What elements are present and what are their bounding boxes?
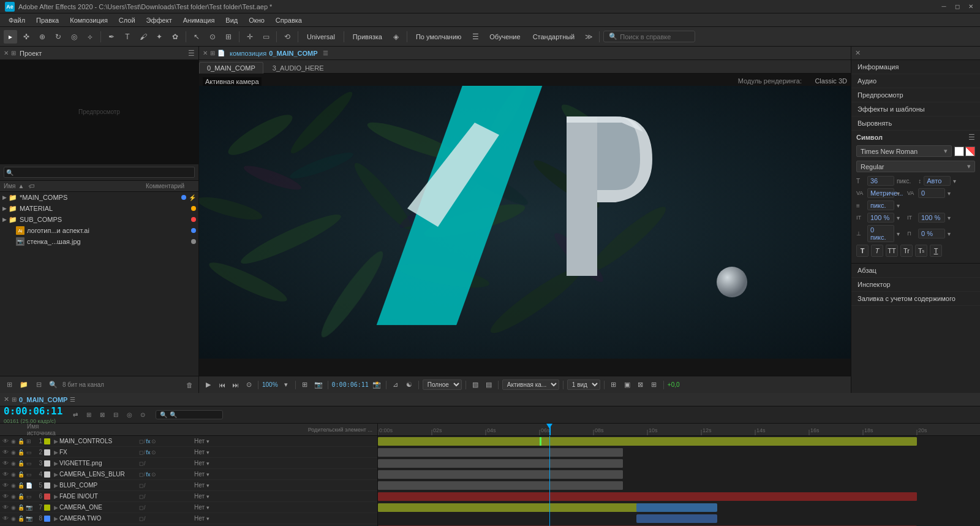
workspace-menu-icon[interactable]: ☰ [469, 30, 482, 44]
flow-chart-btn[interactable]: ⊟ [33, 379, 44, 391]
timeline-tool4[interactable]: ⊟ [110, 410, 121, 421]
select-tool[interactable]: ▸ [4, 30, 17, 44]
expand-toolbar-btn[interactable]: ≫ [582, 30, 595, 44]
rotate-tool[interactable]: ↻ [51, 30, 65, 44]
symbol-menu-icon[interactable]: ☰ [968, 133, 975, 142]
auto-arrow[interactable]: ▾ [953, 178, 956, 185]
file-wall[interactable]: 📷 стенка_...шая.jpg [0, 236, 198, 247]
universal-btn[interactable]: Universal [302, 32, 340, 42]
standard-btn[interactable]: Стандартный [528, 32, 580, 42]
search-box[interactable]: 🔍 [603, 31, 695, 42]
tracking-unit-value[interactable]: пикс. [867, 200, 894, 210]
lr-icon-shy-5[interactable]: ◻ [139, 482, 143, 489]
learn-btn[interactable]: Обучение [484, 32, 525, 42]
rp-audio[interactable]: Аудио [851, 74, 980, 88]
text-tool[interactable]: T [121, 30, 134, 44]
lr-vis-7[interactable]: 👁 [1, 504, 10, 511]
menu-help[interactable]: Справка [271, 15, 307, 25]
viewer-ctrl-play[interactable]: ▶ [203, 379, 214, 391]
sort-arrow[interactable]: ▲ [18, 183, 24, 189]
font-size-value[interactable]: 36 [867, 176, 894, 186]
timeline-tool3[interactable]: ⊠ [97, 410, 108, 421]
lr-expand-7[interactable]: ▶ [52, 505, 59, 511]
zoom-tool[interactable]: ⊕ [36, 30, 49, 44]
time-display[interactable]: 0:00:06:11 [4, 405, 62, 417]
lr-solo-3[interactable]: ◉ [10, 460, 17, 467]
layer-row-2[interactable]: 👁 ◉ 🔓 ▭ 2 ▶ FX ◻ / fx ⊙ [0, 447, 377, 458]
viewer-toggle-b[interactable]: ▤ [483, 379, 494, 391]
lr-icon-shy-7[interactable]: ◻ [139, 505, 143, 511]
layer-row-1[interactable]: 👁 ◉ 🔓 ⊞ 1 ▶ MAIN_CONTROLS ◻ / fx ⊙ [0, 436, 377, 447]
lr-icon-shy-1[interactable]: ◻ [139, 438, 143, 444]
track-camera-tool[interactable]: ◎ [67, 30, 81, 44]
lr-icon-solo-2[interactable]: / [144, 449, 146, 455]
menu-composition[interactable]: Композиция [65, 15, 113, 25]
viewer-tab-audio[interactable]: 3_AUDIO_HERE [265, 62, 332, 74]
menu-effect[interactable]: Эффект [141, 15, 177, 25]
new-item-btn[interactable]: ⊞ [4, 379, 15, 391]
rp-effects[interactable]: Эффекты и шаблоны [851, 102, 980, 116]
font-style-selector[interactable]: Regular ▾ [856, 161, 975, 172]
timeline-search-input[interactable] [170, 411, 219, 418]
viewer-3d-overlay[interactable]: ⊞ [608, 379, 619, 391]
menu-layer[interactable]: Слой [114, 15, 140, 25]
lr-icon-shy-3[interactable]: ◻ [139, 460, 143, 467]
viewer-transparency[interactable]: ▣ [622, 379, 633, 391]
lr-lock-4[interactable]: 🔓 [17, 471, 24, 478]
viewer-region[interactable]: ⊠ [635, 379, 646, 391]
lr-icon-solo-4[interactable]: / [144, 471, 146, 478]
layer-row-8[interactable]: 👁 ◉ 🔓 📷 8 ▶ CAMERA TWO ◻ / Нет [0, 513, 377, 524]
scale-v-arrow[interactable]: ▾ [948, 215, 951, 221]
baseline-arrow[interactable]: ▾ [897, 231, 900, 237]
lr-icon-shy-4[interactable]: ◻ [139, 471, 143, 478]
rp-paragraph[interactable]: Абзац [851, 264, 980, 278]
lr-icon-shy-6[interactable]: ◻ [139, 494, 143, 500]
viewer-close[interactable]: ✕ [203, 50, 208, 56]
viewer-zoom-menu[interactable]: ▾ [281, 379, 292, 391]
snap-icon[interactable]: ◈ [390, 30, 403, 44]
delete-btn[interactable]: 🗑 [184, 379, 195, 391]
workspace-btn[interactable]: По умолчанию [411, 32, 466, 42]
viewer-comp-menu[interactable]: ☰ [323, 50, 328, 56]
lr-lock-8[interactable]: 🔓 [17, 516, 24, 522]
lr-solo-6[interactable]: ◉ [10, 494, 17, 500]
kerning-value[interactable]: 0 [918, 188, 945, 198]
layer-row-3[interactable]: 👁 ◉ 🔓 ▭ 3 ▶ VIGNETTE.png ◻ / Нет [0, 458, 377, 469]
minimize-button[interactable]: ─ [940, 2, 948, 11]
scale-h-value[interactable]: 100 % [867, 213, 894, 223]
lr-parent-arrow-5[interactable]: ▾ [206, 482, 209, 489]
lr-icon-fx-2[interactable]: fx [146, 449, 151, 455]
lr-lock-7[interactable]: 🔓 [17, 505, 24, 511]
maximize-button[interactable]: ◻ [953, 2, 962, 11]
lr-parent-arrow-2[interactable]: ▾ [206, 449, 209, 455]
metrics-arrow[interactable]: ▾ [897, 190, 900, 197]
lr-vis-1[interactable]: 👁 [1, 438, 10, 444]
menu-animation[interactable]: Анимация [178, 15, 220, 25]
lr-parent-arrow-7[interactable]: ▾ [206, 505, 209, 511]
project-search-input[interactable] [4, 167, 195, 178]
new-folder-btn[interactable]: 📁 [18, 379, 29, 391]
rp-inspector[interactable]: Инспектор [851, 278, 980, 292]
metrics-value[interactable]: Метриче... [867, 188, 894, 198]
warp-tool[interactable]: ⟡ [83, 30, 97, 44]
viewer-color-manage[interactable]: ☯ [404, 379, 415, 391]
viewer-grid[interactable]: ⊞ [649, 379, 660, 391]
lr-icon-motion-1[interactable]: ⊙ [151, 438, 156, 444]
style-btn-underline[interactable]: T [930, 245, 942, 257]
pen-tool[interactable]: ✒ [105, 30, 118, 44]
orbit-tool[interactable]: ⊙ [206, 30, 219, 44]
menu-file[interactable]: Файл [4, 15, 30, 25]
stamp-tool[interactable]: ✦ [153, 30, 166, 44]
viewer-camera-select[interactable]: Активная ка... [502, 379, 559, 390]
lr-expand-1[interactable]: ▶ [52, 438, 59, 444]
lr-vis-2[interactable]: 👁 [1, 449, 10, 455]
lr-icon-solo-7[interactable]: / [144, 505, 146, 511]
lr-icon-solo-1[interactable]: / [144, 438, 146, 444]
rp-preview[interactable]: Предпросмотр [851, 88, 980, 102]
timeline-tool2[interactable]: ⊞ [83, 410, 94, 421]
layer-row-4[interactable]: 👁 ◉ 🔓 ▭ 4 ▶ CAMERA_LENS_BLUR ◻ / fx ⊙ [0, 469, 377, 480]
lr-icon-fx-4[interactable]: fx [146, 471, 151, 478]
auto-value[interactable]: Авто [924, 176, 951, 186]
lr-lock-2[interactable]: 🔓 [17, 449, 24, 455]
viewer-camera-icon[interactable]: 📸 [371, 379, 382, 391]
